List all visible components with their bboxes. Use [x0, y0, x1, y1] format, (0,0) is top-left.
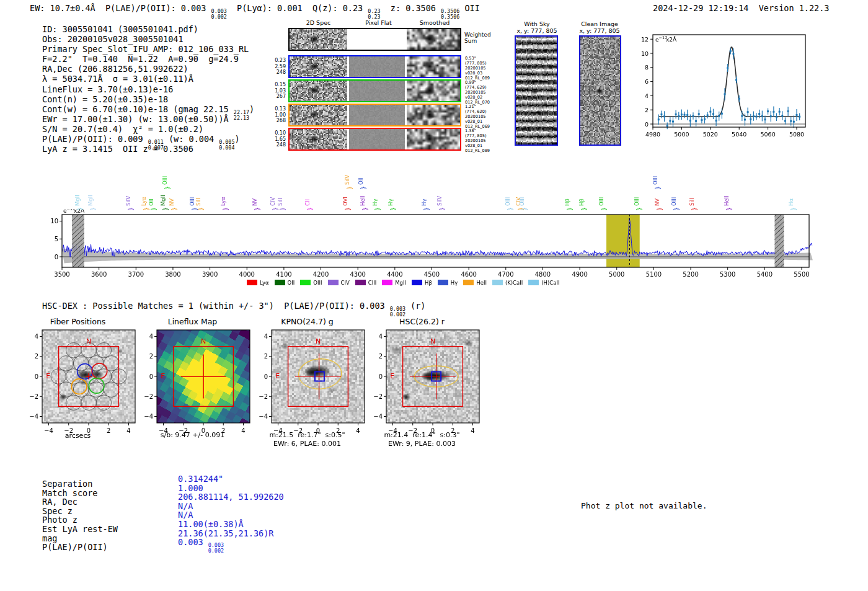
text-segment: 1.000: [178, 483, 203, 493]
cutout-xlabel: arcsecs: [11, 432, 144, 440]
stacked-value: 0.0030.002: [208, 543, 224, 554]
cutout-caption: m:21.5 re:1.7" s:0.5": [241, 431, 374, 439]
legend-label: OII: [288, 280, 295, 286]
legend-label: Lyα: [260, 280, 269, 286]
with-sky-image: [515, 35, 558, 146]
spectral-line-marker-label: SiIV: [436, 184, 444, 206]
spectral-line-marker-brace: {: [726, 205, 732, 213]
match-row-label: mag: [42, 534, 118, 543]
spectral-line-marker-label: HeII: [360, 184, 367, 206]
legend-item: Hβ: [412, 280, 432, 286]
spec2d-row: [288, 128, 461, 151]
spectral-line-marker-brace: {: [521, 205, 528, 213]
sky-panel-coords: x, y: 777, 805: [569, 27, 631, 34]
spec2d-row-canvas: [290, 29, 460, 50]
text-segment: P(Lyα): 0.001 Q(z): 0.23: [227, 3, 368, 13]
spectral-line-marker-label: SiIV: [125, 184, 133, 206]
spectral-line-marker-label: OIII: [598, 184, 606, 206]
spectral-line-marker-brace: {: [673, 205, 680, 213]
spec2d-row-right-labels: 0.99" (774, 629) 20200105 v028_02 012_RL…: [465, 80, 491, 105]
match-table-values: 0.314244"1.000206.881114, 51.992620N/AN/…: [178, 474, 284, 554]
spectrum-legend: LyαOIIOIIICIVCIIIMgIIHβHγHeII(K)CaII(H)C…: [247, 276, 565, 288]
spec2d-row: [288, 55, 461, 78]
stacked-value: 22.1722.13: [234, 110, 249, 121]
spectral-line-marker-label: SiII: [277, 184, 285, 206]
spectral-line-marker-brace: {: [192, 205, 198, 213]
match-row-label: P(LAE)/P(OII): [42, 543, 118, 552]
spectral-line-marker-label: Hγ: [388, 184, 395, 206]
info-line: F=2.2" T=0.140 N=1.22 A=0.90 g=24.9: [42, 54, 254, 64]
spectral-line-marker-brace: {: [198, 205, 204, 213]
legend-swatch: [328, 280, 339, 285]
spec2d-row-right-labels: 1.38" (777, 805) 20200105 v028_01 012_RL…: [465, 128, 491, 153]
legend-swatch: [355, 280, 366, 285]
legend-label: Hβ: [425, 280, 432, 286]
legend-item: Hγ: [438, 280, 458, 286]
legend-item: OII: [275, 280, 295, 286]
spectral-line-marker-label: CIV: [270, 184, 277, 206]
text-segment: 206.881114, 51.992620: [178, 492, 284, 502]
text-segment: P(LAE)/P(OII): 0.009: [42, 134, 148, 144]
spectral-line-marker-label: HeII: [724, 184, 731, 206]
text-segment: OII: [459, 3, 480, 13]
spec2d-row: [288, 79, 461, 102]
spectral-line-marker-label: SiII: [689, 184, 696, 206]
match-row-label: Separation: [42, 479, 118, 489]
match-row-value: N/A: [178, 510, 284, 520]
spectral-line-marker-brace: {: [691, 205, 698, 213]
detection-info-block: ID: 3005501041 (3005501041.pdf)Obs: 2020…: [42, 24, 254, 154]
legend-item: CIII: [355, 280, 376, 286]
spectral-line-marker-brace: {: [390, 205, 396, 213]
spectral-line-marker-brace: {: [423, 205, 430, 213]
spectral-line-marker-label: OII: [358, 162, 365, 185]
legend-item: CIV: [328, 280, 350, 286]
spectral-line-marker-label: OIII: [652, 162, 660, 185]
spectral-line-marker-brace: {: [223, 205, 229, 213]
text-segment: LyA z = 3.1415 OII z = 0.3506: [42, 144, 193, 154]
spectral-line-marker-label: NV: [654, 184, 662, 206]
spec2d-row: [288, 28, 461, 51]
legend-label: (K)CaII: [505, 280, 523, 286]
text-segment: 0.003: [178, 537, 208, 547]
legend-swatch: [300, 280, 311, 285]
text-segment: HSC-DEX : Possible Matches = 1 (within +…: [42, 301, 390, 311]
lineflux-map-canvas: [132, 327, 253, 435]
spectral-line-marker-brace: {: [90, 205, 96, 213]
spec2d-row-canvas: [290, 105, 460, 125]
text-segment: Cont(n) = 5.20(±0.35)e-18: [42, 94, 168, 104]
legend-label: (H)CaII: [541, 280, 559, 286]
legend-label: OIII: [313, 280, 322, 286]
cutout-caption: m:21.4 re:1.4" s:0.3": [355, 431, 489, 439]
spectral-line-marker-brace: {: [77, 205, 83, 213]
match-row-value: 0.314244": [178, 474, 284, 484]
spectral-line-marker-label: OIII: [162, 162, 169, 185]
info-line: ID: 3005501041 (3005501041.pdf): [42, 24, 254, 34]
text-segment: LineFlux = 3.70(±0.13)e-16: [42, 84, 173, 94]
match-row-value: N/A: [178, 502, 284, 511]
spec2d-column-header: Smoothed: [407, 19, 463, 26]
spec2d-row-canvas: [290, 56, 460, 77]
weighted-sum-label: Weighted Sum: [464, 32, 491, 44]
match-row-label: Est LyA rest-EW: [42, 525, 118, 534]
match-row-label: RA, Dec: [42, 497, 118, 507]
spec2d-row: [288, 104, 461, 127]
sky-panel-title: Clean Image: [569, 20, 631, 27]
legend-label: CIII: [368, 280, 376, 286]
cutout-title-fiber_positions: Fiber Positions: [17, 317, 138, 326]
legend-swatch: [275, 280, 285, 285]
stacked-value: 0.35060.3506: [441, 9, 459, 20]
text-segment: EWr = 17.00(±1.30) (w: 13.00(±0.50))Å: [42, 114, 229, 124]
spectral-line-marker-label: MgII: [74, 184, 82, 206]
full-spectrum-chart: MgII{MgII{SiIV{Lyα{OII{MgII{OIII{NV{OIII…: [50, 155, 822, 288]
spectral-line-marker-brace: {: [307, 205, 313, 213]
text-segment: F=2.2" T=0.140 N=1.22 A=0.90 g=24.9: [42, 54, 239, 64]
spectral-line-marker-brace: {: [272, 205, 278, 213]
spectral-line-marker-brace: {: [171, 205, 177, 213]
cutout-caption: EWr: 6, PLAE: 0.001: [241, 440, 374, 448]
info-line: RA,Dec (206.881256,51.992622): [42, 64, 254, 74]
spectral-line-marker-brace: {: [254, 205, 260, 213]
text-segment: Cont(w) = 6.70(±0.10)e-18 (gmag 22.15: [42, 104, 234, 114]
text-segment: Primary Spec_Slot_IFU_AMP: 012_106_033_R…: [42, 44, 249, 54]
elixer-detection-report: EW: 10.7±0.4Å P(LAE)/P(OII): 0.003 0.003…: [0, 0, 868, 591]
spectral-line-marker-brace: {: [162, 205, 169, 213]
